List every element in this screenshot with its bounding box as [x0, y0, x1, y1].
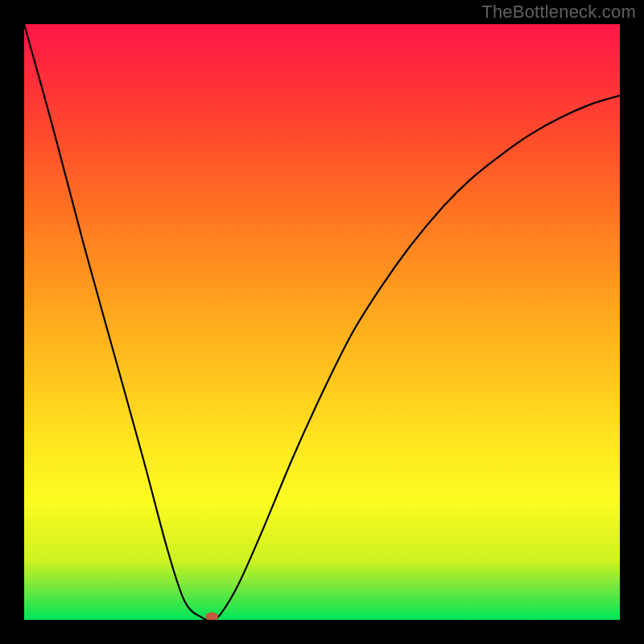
- bottleneck-curve-path: [24, 24, 620, 620]
- plot-area: [24, 24, 620, 620]
- watermark-text: TheBottleneck.com: [481, 2, 636, 23]
- chart-frame: TheBottleneck.com: [0, 0, 644, 644]
- bottleneck-curve-svg: [24, 24, 620, 620]
- optimal-point-marker: [205, 613, 218, 621]
